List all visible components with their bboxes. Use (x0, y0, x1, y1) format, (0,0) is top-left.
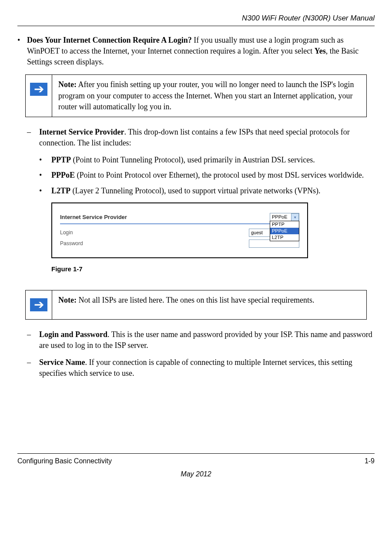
password-label: Password (60, 240, 249, 247)
isp-row-password: Password (60, 239, 299, 248)
page-header-title: N300 WiFi Router (N300R) User Manual (17, 13, 375, 24)
isp-select-value: PPPoE (270, 214, 291, 220)
note-icon-cell (26, 290, 52, 319)
note-box-2: Note: Not all ISPs are listed here. The … (25, 290, 367, 320)
figure-screenshot: Internet Service Provider PPPoE ▾ PPTP P… (51, 202, 375, 258)
arrow-icon (30, 298, 47, 311)
service-bold: Service Name (39, 358, 85, 367)
isp-row-provider: Internet Service Provider PPPoE ▾ PPTP P… (60, 213, 299, 222)
header-rule (17, 26, 375, 26)
dash-content: Internet Service Provider. This drop-dow… (39, 127, 375, 148)
isp-dropdown-list[interactable]: PPTP PPPoE L2TP (270, 221, 299, 241)
figure-caption: Figure 1-7 (51, 264, 375, 273)
service-text: . If your connection is capable of conne… (39, 358, 352, 378)
l2tp-text: (Layer 2 Tunneling Protocol), used to su… (70, 186, 320, 195)
pppoe-text: (Point to Point Protocol over Ethernet),… (75, 171, 364, 179)
pptp-text: (Point to Point Tunneling Protocol), use… (71, 155, 315, 164)
dropdown-arrow-icon: ▾ (291, 213, 299, 221)
bullet-content: PPTP (Point to Point Tunneling Protocol)… (51, 155, 375, 165)
bullet-content: L2TP (Layer 2 Tunneling Protocol), used … (51, 185, 375, 196)
note-label: Note: (58, 80, 77, 89)
arrow-icon (30, 83, 47, 96)
isp-provider-label: Internet Service Provider (60, 213, 270, 221)
lead-question: Does Your Internet Connection Require A … (27, 36, 192, 44)
dash-marker: – (27, 357, 39, 379)
login-label: Login (60, 229, 249, 236)
login-bold: Login and Password (39, 330, 107, 339)
footer-date: May 2012 (17, 469, 375, 479)
bullet-marker: • (39, 170, 51, 181)
isp-option-pptp[interactable]: PPTP (270, 221, 299, 228)
dash-content: Service Name. If your connection is capa… (39, 357, 375, 379)
bullet-marker: • (39, 155, 51, 165)
dash-content: Login and Password. This is the user nam… (39, 329, 375, 351)
dash-marker: – (27, 127, 39, 148)
footer-row: Configuring Basic Connectivity 1-9 (17, 456, 375, 466)
bullet-content: Does Your Internet Connection Require A … (27, 35, 375, 68)
note-body: After you finish setting up your router,… (58, 80, 354, 111)
pppoe-bold: PPPoE (51, 171, 75, 179)
bullet-marker: • (17, 35, 27, 68)
main-bullet-item: • Does Your Internet Connection Require … (17, 35, 375, 68)
isp-option-l2tp[interactable]: L2TP (270, 234, 299, 241)
isp-dash-item: – Internet Service Provider. This drop-d… (27, 127, 375, 148)
note-body: Not all ISPs are listed here. The ones o… (77, 296, 315, 304)
isp-divider (60, 223, 299, 224)
bullet-content: PPPoE (Point to Point Protocol over Ethe… (51, 170, 375, 181)
isp-select[interactable]: PPPoE ▾ (270, 213, 299, 222)
isp-settings-panel: Internet Service Provider PPPoE ▾ PPTP P… (51, 202, 308, 258)
note-text: Note: After you finish setting up your r… (52, 75, 366, 117)
l2tp-item: • L2TP (Layer 2 Tunneling Protocol), use… (39, 185, 375, 196)
footer-section: Configuring Basic Connectivity (17, 456, 112, 466)
note-text: Note: Not all ISPs are listed here. The … (52, 290, 366, 319)
l2tp-bold: L2TP (51, 186, 70, 195)
pptp-bold: PPTP (51, 155, 71, 164)
footer-rule (17, 453, 375, 454)
note-label: Note: (58, 296, 77, 304)
footer-page-number: 1-9 (365, 456, 375, 466)
isp-row-login: Login guest (60, 229, 299, 237)
note-box-1: Note: After you finish setting up your r… (25, 74, 367, 117)
service-dash-item: – Service Name. If your connection is ca… (27, 357, 375, 379)
login-dash-item: – Login and Password. This is the user n… (27, 329, 375, 351)
isp-bold: Internet Service Provider (39, 128, 124, 136)
dash-marker: – (27, 329, 39, 351)
bullet-marker: • (39, 185, 51, 196)
note-icon-cell (26, 75, 52, 117)
pptp-item: • PPTP (Point to Point Tunneling Protoco… (39, 155, 375, 165)
pppoe-item: • PPPoE (Point to Point Protocol over Et… (39, 170, 375, 181)
page-footer: Configuring Basic Connectivity 1-9 May 2… (17, 453, 375, 479)
isp-option-pppoe[interactable]: PPPoE (270, 228, 299, 234)
yes-bold: Yes (315, 47, 326, 55)
